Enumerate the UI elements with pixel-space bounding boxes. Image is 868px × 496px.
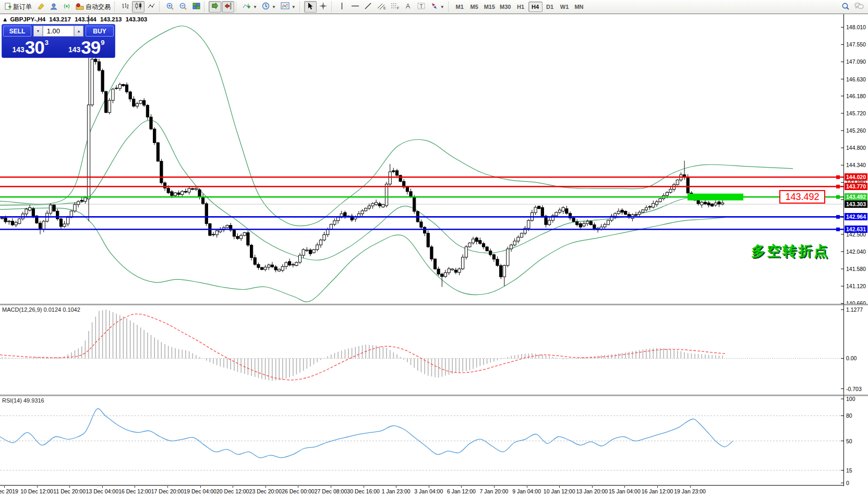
collapse-arrow-icon[interactable]: ▲ (2, 16, 8, 22)
time-tick-label: 11 Dec 20:00 (53, 488, 86, 494)
time-tick-label: 16 Jan 12:00 (642, 488, 673, 494)
auto-scroll-button[interactable] (209, 1, 221, 13)
auto-trading-label: 自动交易 (86, 3, 111, 11)
trendline-button[interactable] (362, 1, 375, 13)
svg-text:A: A (406, 3, 410, 10)
zoom-out-button[interactable] (177, 1, 189, 13)
time-tick (396, 486, 396, 488)
price-badge: 142.964 (845, 213, 867, 220)
buy-price-prefix: 143 (68, 45, 80, 54)
time-tick (592, 486, 593, 488)
time-tick (69, 486, 70, 488)
volume-down-button[interactable]: ▼ (33, 26, 43, 37)
templates-dropdown[interactable]: ▼ (279, 1, 298, 13)
cursor-button[interactable] (304, 1, 317, 13)
rsi-tick-label: 100 (846, 396, 855, 402)
rsi-tick-label: 80 (846, 412, 852, 419)
text-button[interactable]: A (402, 1, 415, 13)
time-axis[interactable]: 9 Dec 201910 Dec 12:0011 Dec 20:0013 Dec… (0, 486, 868, 496)
periods-dropdown[interactable]: ▼ (260, 1, 278, 13)
timeframe-h1[interactable]: H1 (514, 2, 528, 12)
bar-low: 143.213 (100, 16, 122, 22)
rsi-panel[interactable]: RSI(14) 49.9316 1008050150 (0, 395, 868, 486)
line-chart-button[interactable] (145, 1, 158, 13)
timeframe-w1[interactable]: W1 (558, 2, 572, 12)
price-tick-label: 141.120 (846, 283, 866, 289)
time-tick (233, 486, 233, 488)
line-chart-icon (148, 2, 155, 11)
svg-text:T: T (419, 4, 423, 9)
profile-button[interactable] (47, 1, 60, 13)
price-tick-label: 145.260 (846, 127, 866, 134)
crosshair-button[interactable] (317, 1, 330, 13)
trendline-icon (364, 2, 372, 11)
timeframe-h4[interactable]: H4 (528, 2, 542, 12)
time-tick-label: 19 Dec 04:00 (184, 488, 216, 494)
templates-icon (281, 2, 290, 11)
time-tick (461, 486, 462, 488)
fibonacci-button[interactable]: F (389, 1, 402, 13)
macd-value-2: 0.1042 (63, 306, 80, 313)
time-tick-label: 20 Dec 12:00 (216, 488, 249, 494)
candlestick-chart-icon (135, 2, 142, 11)
macd-canvas[interactable] (0, 304, 868, 395)
timeframe-m1[interactable]: M1 (453, 2, 467, 12)
indicator-add-icon (243, 2, 251, 11)
price-tick-label: 148.010 (846, 24, 866, 30)
timeframe-m5[interactable]: M5 (467, 2, 481, 12)
buy-price[interactable]: 143399 (59, 38, 114, 56)
buy-button[interactable]: BUY (86, 26, 114, 37)
rsi-tick-label: 15 (846, 467, 852, 474)
candlestick-chart-button[interactable] (132, 1, 144, 13)
search-button[interactable] (839, 1, 852, 13)
timeframe-d1[interactable]: D1 (543, 2, 557, 12)
timeframe-m30[interactable]: M30 (498, 2, 513, 12)
chart-shift-button[interactable] (222, 1, 234, 13)
indicators-dropdown[interactable]: ▼ (240, 1, 259, 13)
crayon-icon (37, 3, 45, 11)
signal-button[interactable] (61, 1, 73, 13)
new-order-label: 新订单 (13, 3, 32, 11)
shapes-dropdown[interactable]: ▼ (428, 1, 447, 13)
time-tick-label: 10 Dec 12:00 (20, 488, 53, 494)
tile-windows-button[interactable] (190, 1, 202, 13)
time-tick (429, 486, 429, 488)
main-chart-panel[interactable]: ▲GBPJPY-,H4 143.217 143.344 143.213 143.… (0, 14, 868, 304)
bar-open: 143.217 (49, 16, 71, 22)
bar-chart-button[interactable] (119, 1, 131, 13)
chat-button[interactable] (852, 1, 866, 13)
horizontal-line-button[interactable] (349, 1, 361, 13)
time-tick-label: 27 Dec 08:00 (315, 488, 347, 494)
styler-button[interactable] (34, 1, 47, 13)
price-tick-label: 147.090 (846, 58, 866, 65)
macd-panel[interactable]: MACD(12,26,9) 0.0124 0.1042 1.12770.00-0… (0, 304, 868, 395)
time-tick (200, 486, 201, 488)
channel-button[interactable]: E (375, 1, 388, 13)
time-tick-label: 6 Jan 12:00 (447, 488, 476, 494)
time-tick (37, 486, 38, 488)
time-tick-label: 23 Dec 20:00 (249, 488, 282, 494)
sell-price[interactable]: 143303 (3, 38, 58, 56)
sell-button[interactable]: SELL (3, 26, 31, 37)
price-callout-box[interactable]: 143.492 (779, 190, 825, 204)
timeframe-m15[interactable]: M15 (482, 2, 497, 12)
timeframe-mn[interactable]: MN (572, 2, 586, 12)
turning-point-note[interactable]: 多空转折点 (751, 242, 829, 261)
new-order-button[interactable]: 新订单 (2, 1, 34, 13)
bar-high: 143.344 (75, 16, 97, 22)
volume-input[interactable]: 1.00 (43, 26, 74, 37)
price-chart-canvas[interactable] (0, 14, 868, 304)
rsi-canvas[interactable] (0, 395, 868, 486)
chevron-down-icon: ▼ (440, 5, 444, 9)
sell-price-prefix: 143 (12, 45, 24, 54)
volume-up-button[interactable]: ▲ (74, 26, 83, 37)
price-tick-label: 147.550 (846, 41, 866, 48)
clock-icon (262, 2, 270, 11)
zoom-in-button[interactable] (164, 1, 176, 13)
vertical-line-button[interactable] (336, 1, 348, 13)
timeframe-group: M1M5M15M30H1H4D1W1MN (453, 2, 586, 12)
text-label-button[interactable]: T (415, 1, 428, 13)
time-tick-label: 15 Jan 04:00 (609, 488, 641, 494)
auto-trading-button[interactable]: 自动交易 (74, 1, 113, 13)
time-tick-label: 10 Jan 12:00 (544, 488, 575, 494)
